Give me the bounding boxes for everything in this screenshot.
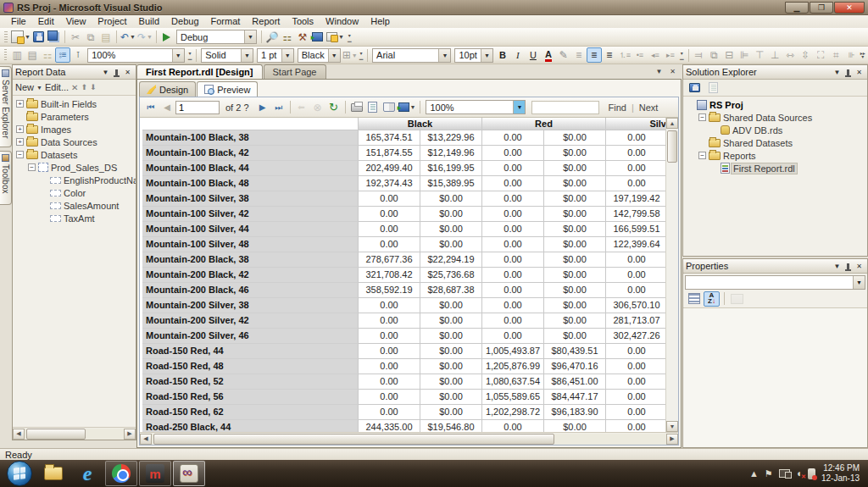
copy-button[interactable]: ⧉ <box>83 30 98 45</box>
align-middles-button[interactable]: ⊟ <box>721 47 737 63</box>
auto-hide-pin-button[interactable] <box>111 67 122 78</box>
report-data-hscrollbar[interactable]: ◀ ▶ <box>13 427 136 440</box>
increase-indent-button[interactable]: ▸≡ <box>663 47 678 63</box>
tree-item-built-in-fields[interactable]: +Built-in Fields <box>13 97 136 110</box>
border-color-combo[interactable]: Black▼ <box>298 48 341 63</box>
horizontal-spacing-button[interactable]: ⊪ <box>843 47 859 63</box>
toolbar-overflow-button[interactable]: ▾▁ <box>345 30 354 44</box>
decrease-indent-button[interactable]: ◂≡ <box>648 47 663 63</box>
align-lefts-button[interactable]: ⫤ <box>691 47 706 63</box>
toolbar-grip[interactable] <box>4 31 8 43</box>
bold-button[interactable]: B <box>495 47 510 63</box>
print-button[interactable] <box>349 100 364 115</box>
ruler-button[interactable]: ⊺ <box>70 47 86 63</box>
tree-expander[interactable]: − <box>698 152 706 159</box>
report-hscrollbar[interactable]: ◀ ▶ <box>140 432 678 445</box>
property-pages-button[interactable] <box>729 291 744 307</box>
menu-help[interactable]: Help <box>364 15 396 28</box>
align-rights-button[interactable]: ⊫ <box>737 47 752 63</box>
zoom-combo[interactable]: 100%▼ <box>87 48 185 63</box>
find-button[interactable]: Find <box>604 102 630 113</box>
undo-button[interactable]: ↶▼ <box>120 30 136 45</box>
tree-expander[interactable]: − <box>16 151 24 158</box>
micromax-icon[interactable]: m <box>139 461 171 486</box>
last-page-button[interactable]: ⏭ <box>271 100 287 115</box>
tree-expander[interactable]: + <box>16 138 24 146</box>
tree-item-images[interactable]: +Images <box>13 123 136 136</box>
export-button[interactable]: ▼ <box>398 100 417 115</box>
menu-tools[interactable]: Tools <box>286 15 320 28</box>
tab-first-report[interactable]: First Report.rdl [Design] <box>136 64 263 79</box>
toggle-grouping-button[interactable]: ⦂≡ <box>55 47 70 63</box>
report-data-new-button[interactable]: New▼ <box>15 82 42 92</box>
tree-item-data-sources[interactable]: +Data Sources <box>13 136 136 148</box>
tree-item-datasets[interactable]: −Datasets <box>13 148 136 161</box>
toolbar-grip[interactable] <box>4 49 7 61</box>
highlight-color-button[interactable]: ✎ <box>556 47 571 63</box>
restore-button[interactable]: ❐ <box>810 2 833 14</box>
same-height-button[interactable]: ⇳ <box>798 47 813 63</box>
border-style-combo[interactable]: Solid▼ <box>201 48 253 63</box>
align-right-button[interactable]: ≡ <box>602 47 617 63</box>
bullet-list-button[interactable]: •≡ <box>632 47 648 63</box>
chrome-icon[interactable] <box>105 461 137 486</box>
refresh-button[interactable]: ↻ <box>326 100 342 115</box>
close-panel-button[interactable]: ✕ <box>854 67 865 78</box>
align-tops-button[interactable]: ⊤ <box>752 47 767 63</box>
font-color-button[interactable]: A <box>541 47 556 63</box>
menu-file[interactable]: File <box>5 15 32 28</box>
menu-edit[interactable]: Edit <box>32 15 60 28</box>
visual-studio-icon[interactable] <box>173 461 205 486</box>
tree-item-color[interactable]: Color <box>13 186 136 199</box>
window-position-button[interactable]: ▼ <box>100 67 111 78</box>
page-number-input[interactable] <box>175 101 220 114</box>
close-document-button[interactable]: ✕ <box>667 66 678 77</box>
cut-button[interactable]: ✂ <box>68 30 83 45</box>
toolbar-overflow-button[interactable]: ▾▁ <box>186 48 194 62</box>
tree-item-shared-data-sources[interactable]: −Shared Data Sources <box>683 111 867 124</box>
paste-button[interactable]: ▤ <box>98 30 114 45</box>
find-text-input[interactable] <box>531 101 599 114</box>
action-center-flag-icon[interactable]: ⚑ <box>765 468 773 479</box>
menu-report[interactable]: Report <box>246 15 286 28</box>
stop-rendering-button[interactable]: ⊗ <box>310 100 326 115</box>
font-size-combo[interactable]: 10pt▼ <box>454 48 492 63</box>
menu-format[interactable]: Format <box>205 15 247 28</box>
move-down-button[interactable]: ⬇ <box>90 83 97 91</box>
toolbar-overflow-button[interactable]: ▾▁ <box>678 48 686 62</box>
align-centers-button[interactable]: ⧉ <box>706 47 721 63</box>
report-layout-button-1[interactable]: ▥ <box>9 47 25 63</box>
close-panel-button[interactable]: ✕ <box>854 261 865 272</box>
properties-window-button[interactable]: ⚏ <box>280 30 295 45</box>
document-list-button[interactable]: ▼ <box>654 66 665 77</box>
window-layout-button[interactable]: ▼ <box>326 30 345 45</box>
save-button[interactable] <box>31 30 47 45</box>
redo-button[interactable]: ↷▼ <box>136 30 153 45</box>
auto-hide-pin-button[interactable] <box>843 261 854 272</box>
toolbox-button[interactable]: ⚒ <box>295 30 310 45</box>
report-layout-button-2[interactable]: ▤ <box>25 47 40 63</box>
borders-button[interactable]: ⊞▼ <box>342 47 358 63</box>
move-up-button[interactable]: ⬆ <box>81 83 87 91</box>
find-in-files-button[interactable]: 🔎 <box>264 30 280 45</box>
align-center-button[interactable]: ≡ <box>587 47 602 63</box>
align-bottoms-button[interactable]: ⊥ <box>767 47 782 63</box>
tree-item-first-report-rdl[interactable]: First Report.rdl <box>683 162 867 174</box>
tree-expander[interactable]: − <box>28 163 36 171</box>
align-left-button[interactable]: ≡ <box>571 47 587 63</box>
tree-item-parameters[interactable]: Parameters <box>13 110 136 123</box>
clock[interactable]: 12:46 PM 12-Jan-13 <box>821 463 860 484</box>
volume-muted-icon[interactable]: ◖ <box>796 468 802 479</box>
same-width-button[interactable]: ⇿ <box>782 47 798 63</box>
tree-expander[interactable]: + <box>16 125 24 133</box>
start-debug-button[interactable] <box>159 30 175 45</box>
show-all-files-button[interactable] <box>705 80 721 96</box>
tree-item-rs-proj[interactable]: RS Proj <box>683 98 867 111</box>
next-page-button[interactable]: ▶ <box>255 100 270 115</box>
tab-design-view[interactable]: Design <box>139 81 196 97</box>
tree-item-englishproductname[interactable]: EnglishProductName <box>13 174 136 186</box>
previous-page-button[interactable]: ◀ <box>159 100 175 115</box>
tab-preview-view[interactable]: Preview <box>197 81 258 97</box>
internet-explorer-icon[interactable]: e <box>71 461 103 486</box>
toolbar-overflow-button[interactable]: ▾▁ <box>358 48 365 62</box>
